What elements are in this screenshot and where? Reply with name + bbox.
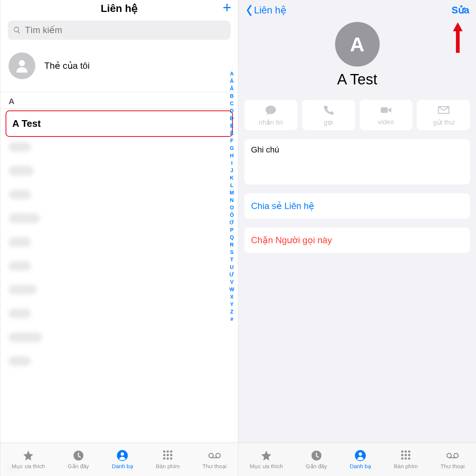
svg-point-12 [170,457,172,460]
index-letter[interactable]: Ư [229,271,234,278]
index-letter[interactable]: C [229,100,234,107]
index-letter[interactable]: Â [229,85,234,92]
svg-point-26 [408,454,410,456]
index-letter[interactable]: H [229,152,234,159]
index-letter[interactable]: K [229,174,234,181]
contact-avatar: A [335,22,380,67]
avatar-placeholder-icon [9,52,35,79]
add-contact-button[interactable]: + [223,2,231,13]
blurred-contacts [0,138,238,457]
index-letter[interactable]: G [229,144,234,152]
tab-recents[interactable]: Gần đây [306,450,327,470]
index-letter[interactable]: Z [229,308,234,315]
tab-bar: Mục ưa thích Gần đây Danh bạ Bàn phím Th… [0,443,238,476]
index-letter[interactable]: T [229,256,234,263]
share-contact-button[interactable]: Chia sẻ Liên hệ [244,193,470,219]
index-letter[interactable]: P [229,226,234,234]
svg-point-13 [209,453,213,458]
index-letter[interactable]: I [229,159,234,167]
index-letter[interactable]: # [229,315,234,323]
video-button[interactable]: video [360,100,413,130]
index-letter[interactable]: M [229,189,234,196]
index-letter[interactable]: S [229,248,234,256]
search-icon [13,26,21,34]
tab-favorites[interactable]: Mục ưa thích [250,450,283,470]
svg-point-31 [454,453,458,458]
index-letter[interactable]: Ô [229,211,234,219]
index-letter[interactable]: Ơ [229,219,234,226]
contact-name: A Test [238,71,476,88]
index-letter[interactable]: Y [229,300,234,308]
edit-button[interactable]: Sửa [451,4,469,16]
index-letter[interactable]: B [229,92,234,100]
notes-card[interactable]: Ghi chú [244,139,470,184]
page-title: Liên hệ [7,2,231,15]
message-icon [265,105,277,115]
index-letter[interactable]: A [229,70,234,77]
index-letter[interactable]: U [229,263,234,271]
svg-point-3 [121,452,124,456]
chevron-left-icon [245,5,253,16]
svg-rect-16 [381,107,388,113]
index-letter[interactable]: R [229,241,234,248]
svg-point-23 [408,450,410,453]
call-button[interactable]: gọi [302,100,355,130]
index-letter[interactable]: L [229,181,234,189]
alphabet-index[interactable]: AĂÂBCDĐEÊFGHIJKLMNOÔƠPQRSTUƯVWXYZ# [229,70,234,323]
section-header-a: A [0,92,238,109]
mail-button[interactable]: gửi thư [417,100,470,130]
index-letter[interactable]: Ê [229,129,234,137]
back-button[interactable]: Liên hệ [245,4,286,16]
tab-contacts[interactable]: Danh bạ [112,450,133,470]
svg-point-10 [163,457,165,460]
phone-icon [322,105,334,115]
tab-contacts[interactable]: Danh bạ [350,450,371,470]
index-letter[interactable]: J [229,167,234,174]
index-letter[interactable]: E [229,122,234,129]
index-letter[interactable]: X [229,293,234,300]
tab-recents[interactable]: Gần đây [68,450,89,470]
my-card-label: Thẻ của tôi [44,61,90,71]
index-letter[interactable]: W [229,286,234,293]
svg-point-30 [447,453,451,458]
index-letter[interactable]: Ă [229,77,234,85]
search-field[interactable] [8,20,231,40]
svg-point-29 [408,457,410,460]
mail-icon [438,105,450,115]
svg-point-21 [401,450,403,453]
svg-point-22 [405,450,407,453]
svg-point-9 [170,454,172,456]
search-input[interactable] [25,25,225,35]
block-caller-button[interactable]: Chặn Người gọi này [244,228,470,253]
index-letter[interactable]: O [229,204,234,211]
contact-row-a-test[interactable]: A Test [6,110,233,137]
tab-bar: Mục ưa thích Gần đây Danh bạ Bàn phím Th… [238,443,476,476]
message-button[interactable]: nhắn tin [244,100,298,130]
svg-point-0 [19,60,25,66]
index-letter[interactable]: F [229,137,234,144]
index-letter[interactable]: V [229,278,234,286]
tab-keypad[interactable]: Bàn phím [156,450,180,469]
svg-point-11 [167,457,169,460]
svg-point-20 [359,452,362,456]
svg-point-4 [163,450,165,453]
my-card-row[interactable]: Thẻ của tôi [0,44,238,92]
svg-point-7 [163,454,165,456]
svg-point-27 [401,457,403,460]
svg-point-5 [167,450,169,453]
tab-favorites[interactable]: Mục ưa thích [12,450,45,470]
svg-point-8 [167,454,169,456]
svg-point-14 [216,453,220,458]
svg-point-6 [170,450,172,453]
annotation-arrow-icon [451,19,464,56]
index-letter[interactable]: D [229,107,234,115]
index-letter[interactable]: Đ [229,115,234,122]
tab-voicemail[interactable]: Thư thoại [203,450,227,470]
svg-point-25 [405,454,407,456]
svg-point-28 [405,457,407,460]
index-letter[interactable]: Q [229,234,234,241]
tab-voicemail[interactable]: Thư thoại [441,450,465,470]
svg-point-24 [401,454,403,456]
index-letter[interactable]: N [229,196,234,204]
tab-keypad[interactable]: Bàn phím [394,450,418,469]
